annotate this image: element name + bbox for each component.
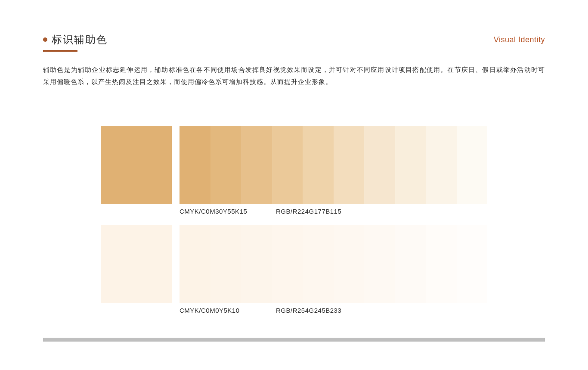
gradient-step [179, 225, 210, 303]
description-text: 辅助色是为辅助企业标志延伸运用，辅助标准色在各不同使用场合发挥良好视觉效果而设定… [43, 64, 545, 88]
rgb-label: RGB/R224G177B115 [276, 208, 341, 215]
palette-row [101, 225, 487, 303]
underline-accent [43, 50, 77, 52]
gradient-step [457, 126, 488, 204]
main-swatch [101, 126, 172, 204]
gradient-step [426, 126, 457, 204]
gradient-step [272, 126, 303, 204]
cmyk-label: CMYK/C0M30Y55K15 [179, 208, 276, 215]
gradient-step [364, 225, 395, 303]
gradient-step [179, 126, 210, 204]
gradient-step [426, 225, 457, 303]
rgb-label: RGB/R254G245B233 [276, 307, 341, 314]
gradient-strip [179, 225, 487, 303]
gradient-step [272, 225, 303, 303]
header-row: 标识辅助色 Visual Identity [43, 33, 545, 47]
gradient-step [395, 225, 426, 303]
divider [43, 50, 545, 52]
page-title: 标识辅助色 [52, 33, 108, 47]
page-subtitle: Visual Identity [494, 35, 545, 44]
title-group: 标识辅助色 [43, 33, 108, 47]
main-swatch [101, 225, 172, 303]
palette-labels: CMYK/C0M30Y55K15 RGB/R224G177B115 [179, 208, 487, 215]
underline-full [43, 51, 545, 51]
cmyk-label: CMYK/C0M0Y5K10 [179, 307, 276, 314]
gradient-step [334, 225, 365, 303]
content-area: 标识辅助色 Visual Identity 辅助色是为辅助企业标志延伸运用，辅助… [43, 33, 545, 88]
palette-section-1: CMYK/C0M30Y55K15 RGB/R224G177B115 [101, 126, 487, 215]
palette-row [101, 126, 487, 204]
gradient-step [303, 225, 334, 303]
gradient-step [334, 126, 365, 204]
gradient-strip [179, 126, 487, 204]
gradient-step [457, 225, 488, 303]
palette-section-2: CMYK/C0M0Y5K10 RGB/R254G245B233 [101, 225, 487, 314]
gradient-step [210, 126, 241, 204]
palette-labels: CMYK/C0M0Y5K10 RGB/R254G245B233 [179, 307, 487, 314]
gradient-step [241, 225, 272, 303]
footer-bar [43, 338, 545, 342]
gradient-step [210, 225, 241, 303]
gradient-step [364, 126, 395, 204]
gradient-step [395, 126, 426, 204]
gradient-step [241, 126, 272, 204]
gradient-step [303, 126, 334, 204]
bullet-icon [43, 37, 47, 42]
